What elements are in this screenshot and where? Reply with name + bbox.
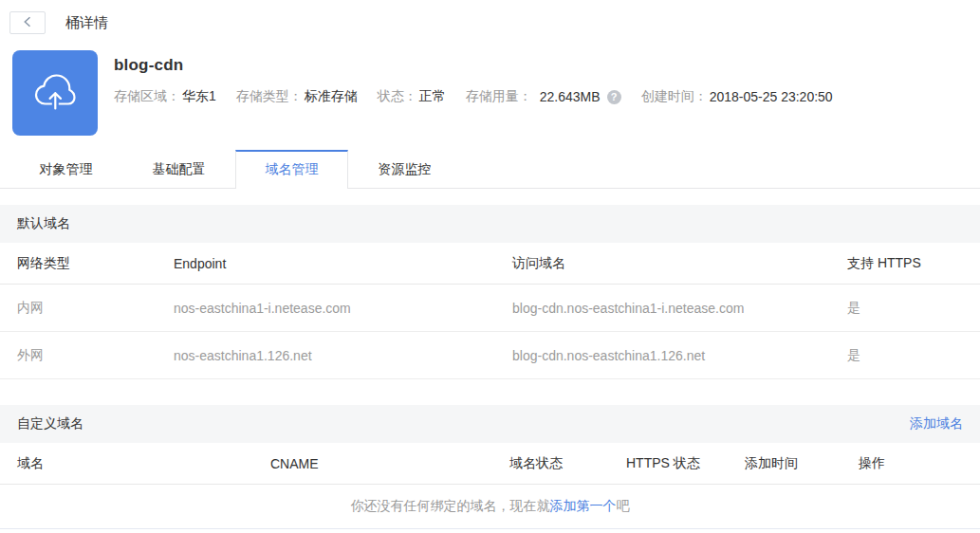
tab-object-management[interactable]: 对象管理 <box>9 150 122 188</box>
cell-https-support: 是 <box>847 300 963 317</box>
info-label: 存储区域： <box>114 88 180 105</box>
bucket-info-row: 存储区域： 华东1 存储类型： 标准存储 状态： 正常 存储用量： 22.643… <box>114 88 853 105</box>
tab-bar: 对象管理 基础配置 域名管理 资源监控 <box>0 150 980 189</box>
section-default-domain: 默认域名 <box>0 205 980 243</box>
cell-endpoint: nos-eastchina1-i.netease.com <box>174 301 512 316</box>
section-title: 自定义域名 <box>17 415 83 432</box>
bucket-header: blog-cdn 存储区域： 华东1 存储类型： 标准存储 状态： 正常 存储用… <box>0 50 980 136</box>
default-domain-table: 网络类型 Endpoint 访问域名 支持 HTTPS 内网 nos-eastc… <box>0 243 980 379</box>
info-storage-usage: 存储用量： 22.643MB ? <box>466 88 621 105</box>
cell-access-domain: blog-cdn.nos-eastchina1.126.net <box>512 348 847 363</box>
bucket-avatar <box>12 50 98 136</box>
info-label: 创建时间： <box>641 88 708 105</box>
custom-domain-table: 域名 CNAME 域名状态 HTTPS 状态 添加时间 操作 你还没有任何绑定的… <box>0 443 980 529</box>
column-header: 网络类型 <box>17 255 174 272</box>
info-value: 2018-05-25 23:20:50 <box>710 89 833 104</box>
info-create-time: 创建时间： 2018-05-25 23:20:50 <box>641 88 833 105</box>
bucket-meta: blog-cdn 存储区域： 华东1 存储类型： 标准存储 状态： 正常 存储用… <box>114 50 853 136</box>
cell-network-type: 外网 <box>17 347 174 364</box>
cell-access-domain: blog-cdn.nos-eastchina1-i.netease.com <box>512 301 847 316</box>
info-status: 状态： 正常 <box>378 88 446 105</box>
table-header-row: 域名 CNAME 域名状态 HTTPS 状态 添加时间 操作 <box>0 443 980 485</box>
question-mark-icon[interactable]: ? <box>607 90 621 104</box>
empty-state-text: 吧 <box>617 498 630 515</box>
cell-network-type: 内网 <box>17 300 174 317</box>
empty-state-text: 你还没有任何绑定的域名，现在就 <box>351 498 550 515</box>
tab-resource-monitor[interactable]: 资源监控 <box>348 150 461 188</box>
column-header: 访问域名 <box>512 255 847 272</box>
column-header: HTTPS 状态 <box>626 455 745 472</box>
add-domain-link[interactable]: 添加域名 <box>910 415 963 432</box>
table-row: 外网 nos-eastchina1.126.net blog-cdn.nos-e… <box>0 332 980 379</box>
info-value: 标准存储 <box>305 88 358 105</box>
table-header-row: 网络类型 Endpoint 访问域名 支持 HTTPS <box>0 243 980 285</box>
column-header: 操作 <box>859 455 963 472</box>
chevron-left-icon <box>23 15 32 30</box>
info-storage-type: 存储类型： 标准存储 <box>236 88 358 105</box>
back-button[interactable] <box>9 11 46 34</box>
info-value: 华东1 <box>182 88 216 105</box>
info-label: 存储用量： <box>466 88 532 105</box>
column-header: CNAME <box>270 456 509 471</box>
page-title: 桶详情 <box>65 14 108 32</box>
empty-state: 你还没有任何绑定的域名，现在就添加第一个吧 <box>0 485 980 529</box>
info-label: 存储类型： <box>236 88 303 105</box>
info-value: 正常 <box>419 88 446 105</box>
column-header: 域名状态 <box>509 455 626 472</box>
column-header: Endpoint <box>174 256 512 271</box>
info-value: 22.643MB <box>540 89 601 104</box>
column-header: 支持 HTTPS <box>847 255 963 272</box>
info-label: 状态： <box>378 88 417 105</box>
tab-basic-config[interactable]: 基础配置 <box>122 150 235 188</box>
column-header: 添加时间 <box>745 455 859 472</box>
bucket-name: blog-cdn <box>114 56 853 75</box>
tab-domain-management[interactable]: 域名管理 <box>235 150 348 189</box>
section-custom-domain: 自定义域名 添加域名 <box>0 405 980 443</box>
info-storage-region: 存储区域： 华东1 <box>114 88 216 105</box>
cloud-upload-icon <box>31 70 79 117</box>
add-first-domain-link[interactable]: 添加第一个 <box>550 498 617 515</box>
cell-https-support: 是 <box>847 347 963 364</box>
table-row: 内网 nos-eastchina1-i.netease.com blog-cdn… <box>0 285 980 332</box>
column-header: 域名 <box>17 455 270 472</box>
section-title: 默认域名 <box>17 215 70 232</box>
topbar: 桶详情 <box>0 0 980 34</box>
cell-endpoint: nos-eastchina1.126.net <box>174 348 512 363</box>
